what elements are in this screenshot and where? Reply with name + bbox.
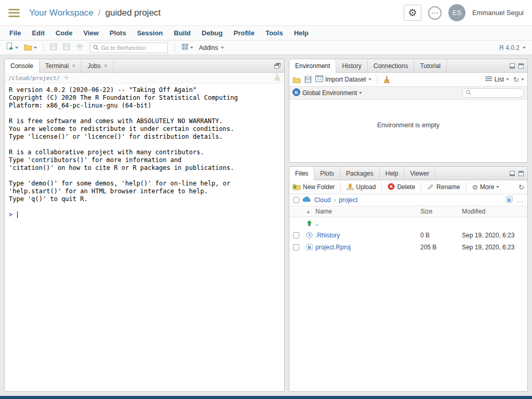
clear-console-icon[interactable] [274,73,281,83]
print-button[interactable] [74,42,85,54]
select-all-checkbox[interactable] [293,197,299,203]
file-name[interactable]: .Rhistory [315,232,420,239]
workspace-link[interactable]: Your Workspace [29,8,94,18]
file-size: 205 B [420,244,462,251]
save-workspace-button[interactable] [304,76,312,83]
maximize-pane-icon[interactable] [518,171,524,176]
tab-plots[interactable]: Plots [314,167,340,180]
list-view-button[interactable]: List [485,76,509,83]
table-row-updir[interactable]: .. [289,217,527,229]
open-file-button[interactable] [22,42,38,54]
menu-code[interactable]: Code [56,29,73,37]
menu-debug[interactable]: Debug [202,29,222,37]
delete-icon [388,183,395,192]
file-modified: Sep 19, 2020, 6:23 [462,244,527,251]
breadcrumb-project[interactable]: project [339,196,357,204]
tab-connections-label: Connections [374,62,408,70]
column-header-modified[interactable]: Modified [462,208,527,215]
rproj-badge-icon[interactable]: R [506,196,513,205]
breadcrumb-more-button[interactable]: ... [517,196,524,204]
avatar[interactable]: ES [448,4,466,21]
tab-terminal[interactable]: Terminal × [39,59,82,73]
tab-jobs[interactable]: Jobs × [82,59,113,73]
toolbar-separator [381,182,382,192]
list-view-label: List [494,76,504,83]
table-row-rproj[interactable]: R project.Rproj 205 B Sep 19, 2020, 6:23 [289,241,527,253]
chevron-down-icon [359,92,362,94]
breadcrumb-cloud[interactable]: Cloud [314,196,330,204]
close-icon[interactable]: × [72,63,75,69]
maximize-pane-icon[interactable] [518,63,524,69]
tab-viewer[interactable]: Viewer [404,167,435,180]
svg-text:R: R [295,90,298,95]
import-dataset-label: Import Dataset [325,76,366,83]
up-directory-icon [303,220,315,227]
upload-button[interactable]: Upload [347,183,376,192]
menu-file[interactable]: File [9,29,21,37]
environment-search [462,88,524,98]
tab-connections[interactable]: Connections [368,59,415,73]
rename-icon [427,183,434,192]
save-button[interactable] [48,42,59,54]
import-dataset-button[interactable]: Import Dataset [315,75,371,84]
tab-console[interactable]: Console [5,59,39,73]
addins-button[interactable]: Addins [197,43,225,52]
menu-plots[interactable]: Plots [110,29,126,37]
file-name[interactable]: project.Rproj [315,244,420,251]
hamburger-menu-icon[interactable] [8,9,20,17]
environment-search-input[interactable] [473,90,520,96]
row-checkbox[interactable] [293,232,299,238]
menu-build[interactable]: Build [174,29,191,37]
delete-label: Delete [397,183,415,191]
close-icon[interactable]: × [104,63,108,69]
tab-environment[interactable]: Environment [289,59,336,73]
more-options-button[interactable]: ⋯ [428,6,442,20]
menu-profile[interactable]: Profile [233,29,254,37]
working-directory: /cloud/project/ [8,75,60,82]
delete-button[interactable]: Delete [388,183,415,192]
files-table-header: ▲ Name Size Modified [289,206,527,217]
sort-ascending-icon[interactable]: ▲ [307,209,311,214]
cloud-header: Your Workspace / guided project ⚙ ⋯ ES E… [0,0,532,26]
menu-edit[interactable]: Edit [32,29,45,37]
menu-help[interactable]: Help [294,29,309,37]
column-header-size[interactable]: Size [420,208,462,215]
menu-view[interactable]: View [83,29,98,37]
r-version-menu[interactable]: R 4.0.2 [499,44,528,51]
tab-help[interactable]: Help [380,167,405,180]
column-header-name[interactable]: Name [315,208,420,215]
console-body[interactable]: R version 4.0.2 (2020-06-22) -- "Taking … [5,84,284,391]
goto-file-input[interactable] [101,45,165,51]
menu-session[interactable]: Session [137,29,163,37]
tab-packages[interactable]: Packages [340,167,380,180]
menu-tools[interactable]: Tools [265,29,283,37]
row-checkbox[interactable] [293,244,299,250]
refresh-files-icon[interactable]: ↻ [518,184,524,191]
save-all-button[interactable] [61,42,72,54]
tab-packages-label: Packages [346,170,374,177]
console-output: R version 4.0.2 (2020-06-22) -- "Taking … [9,86,280,203]
minimize-pane-icon[interactable] [510,63,515,69]
tab-files[interactable]: Files [289,167,314,180]
new-file-button[interactable] [4,42,20,54]
pane-layout-button[interactable] [180,42,195,54]
gear-icon: ⚙ [408,7,417,19]
console-working-directory-bar: /cloud/project/ [5,73,284,84]
new-folder-button[interactable]: New Folder [292,183,335,192]
refresh-environment-button[interactable]: ↻ [513,76,524,83]
settings-gear-button[interactable]: ⚙ [404,5,421,21]
table-row-rhistory[interactable]: .Rhistory 0 B Sep 19, 2020, 6:23 [289,229,527,241]
tab-viewer-label: Viewer [410,170,429,177]
goto-directory-icon[interactable] [63,75,69,82]
clear-environment-broom-icon[interactable] [383,76,390,84]
load-workspace-button[interactable] [292,76,301,83]
restore-pane-icon[interactable] [274,63,281,69]
tab-history[interactable]: History [336,59,367,73]
minimize-pane-icon[interactable] [510,171,515,176]
rename-button[interactable]: Rename [427,183,460,192]
tab-tutorial[interactable]: Tutorial [414,59,447,73]
more-button[interactable]: ⚙ More [472,183,499,191]
file-name[interactable]: .. [315,220,420,227]
global-environment-menu[interactable]: R Global Environment [292,88,362,98]
list-icon [485,76,492,83]
